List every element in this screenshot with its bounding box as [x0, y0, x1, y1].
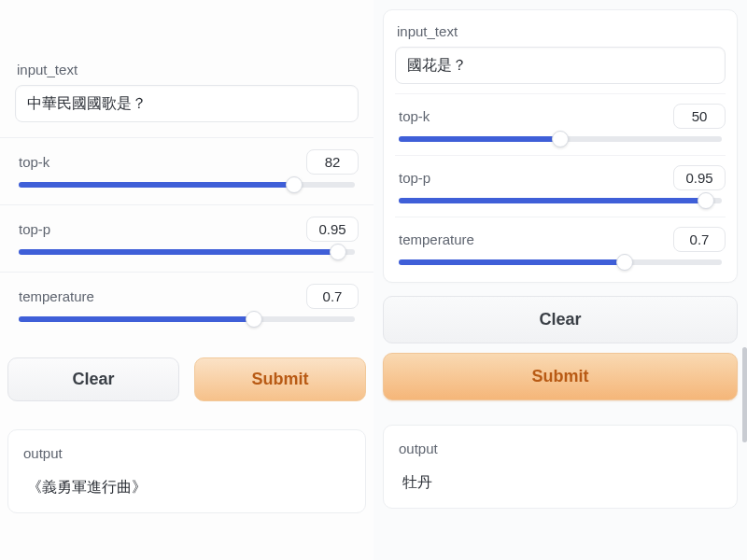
topp-slider-block: top-p — [0, 204, 374, 272]
temperature-value-input[interactable] — [306, 284, 359, 309]
input-text-label: input_text — [397, 23, 724, 39]
topp-slider[interactable] — [19, 249, 355, 255]
topk-slider[interactable] — [399, 136, 722, 142]
clear-button[interactable]: Clear — [7, 357, 179, 401]
input-text-label: input_text — [17, 62, 357, 77]
input-text-group: input_text — [0, 47, 374, 137]
topk-value-input[interactable] — [306, 149, 359, 175]
temperature-value-input[interactable] — [673, 227, 726, 252]
topk-slider[interactable] — [19, 182, 355, 188]
topk-label: top-k — [15, 154, 49, 170]
temperature-label: temperature — [15, 288, 94, 304]
temperature-label: temperature — [395, 231, 474, 247]
output-card: output 牡丹 — [383, 425, 738, 509]
topk-slider-thumb[interactable] — [286, 176, 303, 193]
output-value: 《義勇軍進行曲》 — [21, 469, 352, 497]
temperature-slider[interactable] — [399, 259, 722, 265]
right-panel: input_text top-k top-p tem — [374, 0, 747, 560]
temperature-slider[interactable] — [19, 316, 355, 322]
temperature-slider-block: temperature — [0, 272, 374, 339]
topp-value-input[interactable] — [306, 217, 359, 242]
topk-slider-block: top-k — [395, 93, 726, 155]
left-panel: input_text top-k top-p temperature — [0, 0, 374, 560]
topp-label: top-p — [15, 221, 50, 237]
temperature-slider-thumb[interactable] — [246, 311, 262, 328]
temperature-slider-thumb[interactable] — [616, 254, 633, 271]
topp-slider-block: top-p — [395, 155, 726, 217]
topp-slider-thumb[interactable] — [698, 192, 714, 209]
submit-button[interactable]: Submit — [194, 357, 366, 401]
submit-button[interactable]: Submit — [383, 353, 738, 400]
output-card: output 《義勇軍進行曲》 — [7, 429, 366, 513]
topp-value-input[interactable] — [673, 165, 726, 190]
output-value: 牡丹 — [397, 464, 724, 493]
temperature-slider-block: temperature — [395, 217, 726, 278]
input-text-field[interactable] — [15, 85, 359, 122]
topk-value-input[interactable] — [673, 104, 726, 129]
input-stack: input_text top-k top-p tem — [383, 9, 738, 283]
input-text-field[interactable] — [395, 47, 726, 84]
topp-slider[interactable] — [399, 198, 722, 203]
output-label: output — [23, 445, 350, 461]
clear-button[interactable]: Clear — [383, 296, 738, 343]
topk-label: top-k — [395, 108, 430, 124]
topk-slider-block: top-k — [0, 137, 374, 204]
topk-slider-thumb[interactable] — [552, 131, 569, 147]
output-label: output — [399, 441, 722, 456]
button-row: Clear Submit — [0, 344, 374, 409]
topp-slider-thumb[interactable] — [330, 244, 346, 260]
scrollbar-thumb[interactable] — [742, 347, 747, 442]
topp-label: top-p — [395, 170, 430, 186]
